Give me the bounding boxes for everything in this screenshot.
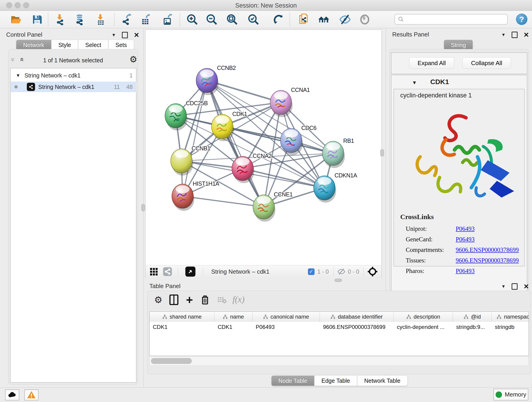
network-node[interactable]: CCNB2 xyxy=(196,65,236,95)
warnings-button[interactable] xyxy=(24,389,38,400)
table-cell[interactable]: stringdb:9... xyxy=(453,322,492,332)
show-columns-icon[interactable] xyxy=(168,294,180,306)
network-node[interactable]: CCNA1 xyxy=(270,87,310,117)
tab-network[interactable]: Network xyxy=(16,40,51,50)
panel-float-icon[interactable] xyxy=(512,32,518,38)
right-splitter-handle[interactable] xyxy=(380,149,384,157)
open-session-icon[interactable] xyxy=(10,13,22,26)
import-database-icon[interactable] xyxy=(73,13,85,26)
export-table-icon[interactable] xyxy=(139,13,152,26)
table-cell[interactable]: cyclin-dependent ... xyxy=(394,322,453,332)
column-header-namespace[interactable]: namespace xyxy=(492,312,529,322)
network-view[interactable]: CCNB2CCNA1CDC25BCDK1CDC6RB1CCNB1CCNA2CDK… xyxy=(145,30,382,278)
home-icon[interactable] xyxy=(318,13,330,26)
network-node[interactable]: CDKN1A xyxy=(314,172,357,203)
search-input[interactable] xyxy=(404,16,501,23)
table-cell[interactable]: P06493 xyxy=(253,322,320,332)
zoom-selected-icon[interactable] xyxy=(247,13,259,26)
panel-close-icon[interactable]: ✕ xyxy=(524,31,529,39)
column-header-database-identifier[interactable]: database identifier xyxy=(320,312,394,322)
network-edge[interactable] xyxy=(183,196,264,207)
memory-button[interactable]: Memory xyxy=(494,389,528,400)
collection-label: String Network – cdk1 xyxy=(25,72,81,79)
show-all-icon[interactable] xyxy=(359,13,371,26)
cloud-button[interactable] xyxy=(5,389,19,400)
network-share-icon[interactable] xyxy=(163,267,172,276)
selected-nodes-checkbox-icon[interactable]: ✓ xyxy=(308,268,315,275)
table-cell[interactable]: CDK1 xyxy=(215,322,253,332)
expand-all-button[interactable]: Expand All xyxy=(409,57,454,69)
tab-edge-table[interactable]: Edge Table xyxy=(314,375,357,386)
create-column-icon[interactable]: + xyxy=(184,294,195,306)
crosslink-link[interactable]: 9606.ENSP00000378699 xyxy=(456,246,519,254)
grid-view-icon[interactable] xyxy=(150,268,158,275)
panel-menu-icon[interactable]: ▼ xyxy=(112,32,116,38)
network-edge[interactable] xyxy=(207,80,264,207)
panel-menu-icon[interactable]: ▼ xyxy=(501,32,506,37)
control-panel: Control Panel ▼ ✕ Network Style Select S… xyxy=(0,28,143,387)
open-in-window-icon[interactable] xyxy=(185,267,196,277)
export-image-icon[interactable] xyxy=(162,13,173,26)
scrollbar-thumb[interactable] xyxy=(151,358,192,364)
network-node[interactable]: HIST1H1A xyxy=(172,180,219,211)
network-edge[interactable] xyxy=(183,80,207,196)
hide-selected-icon[interactable] xyxy=(339,13,351,26)
tab-string[interactable]: String xyxy=(444,40,473,50)
table-cell[interactable]: CDK1 xyxy=(150,322,215,332)
zoom-out-icon[interactable] xyxy=(206,13,218,26)
column-header-name[interactable]: name xyxy=(215,312,253,322)
network-node[interactable]: CDC6 xyxy=(280,125,317,155)
network-node[interactable]: RB1 xyxy=(322,138,354,168)
node-label: CCNB2 xyxy=(217,65,236,71)
tab-node-table[interactable]: Node Table xyxy=(271,375,314,386)
network-options-gear-icon[interactable]: ⚙ xyxy=(129,54,137,64)
delete-column-icon[interactable] xyxy=(199,294,211,306)
panel-close-icon[interactable]: ✕ xyxy=(524,283,529,290)
zoom-fit-icon[interactable] xyxy=(226,13,238,26)
collapse-all-button[interactable]: Collapse All xyxy=(462,57,511,69)
panel-float-icon[interactable] xyxy=(122,32,128,38)
table-hscrollbar[interactable] xyxy=(149,356,528,366)
refresh-icon[interactable] xyxy=(273,13,285,26)
crosslink-link[interactable]: P06493 xyxy=(456,225,475,232)
column-header--id[interactable]: @id xyxy=(453,312,492,322)
panel-close-icon[interactable]: ✕ xyxy=(134,31,139,39)
warning-icon xyxy=(27,390,36,400)
network-row[interactable]: String Network – cdk1 11 48 xyxy=(11,82,136,92)
table-cell[interactable]: 9606.ENSP00000378699 xyxy=(320,322,394,332)
crosslink-link[interactable]: P06493 xyxy=(456,268,475,274)
clone-network-icon[interactable] xyxy=(298,13,310,26)
panel-float-icon[interactable] xyxy=(512,283,518,290)
search-field[interactable] xyxy=(394,14,508,25)
column-header-description[interactable]: description xyxy=(394,312,453,322)
import-network-icon[interactable] xyxy=(54,13,65,26)
column-header-label: shared name xyxy=(170,313,202,320)
tab-select[interactable]: Select xyxy=(78,40,108,50)
tab-network-table[interactable]: Network Table xyxy=(357,375,408,386)
tree-expander-icon[interactable]: ▼ xyxy=(16,73,20,78)
save-session-icon[interactable] xyxy=(31,13,43,26)
birdseye-navigator-icon[interactable] xyxy=(367,266,378,277)
table-cell[interactable]: stringdb xyxy=(492,322,529,332)
node-label: CDC6 xyxy=(301,125,317,131)
node-label: HIST1H1A xyxy=(193,180,219,187)
crosslink-link[interactable]: P06493 xyxy=(456,236,475,243)
crosslink-row: Pharos:P06493 xyxy=(406,266,520,276)
network-node[interactable]: CCNB1 xyxy=(171,145,210,176)
export-network-icon[interactable] xyxy=(121,13,133,26)
collapse-entry-icon[interactable]: ▼ xyxy=(412,80,417,86)
tab-sets[interactable]: Sets xyxy=(108,40,134,50)
zoom-in-icon[interactable] xyxy=(186,13,198,26)
panel-menu-icon[interactable]: ▼ xyxy=(501,284,506,289)
column-header-canonical-name[interactable]: canonical name xyxy=(253,312,320,322)
crosslink-link[interactable]: 9606.ENSP00000378699 xyxy=(456,257,519,264)
table-options-gear-icon[interactable]: ⚙ xyxy=(152,294,164,306)
network-node[interactable]: CDC25B xyxy=(165,100,208,130)
network-collection-row[interactable]: ▼ String Network – cdk1 1 xyxy=(11,70,136,81)
help-icon[interactable]: ? xyxy=(516,13,527,25)
column-header-shared-name[interactable]: shared name xyxy=(150,312,215,322)
tab-style[interactable]: Style xyxy=(51,40,78,50)
network-canvas[interactable]: CCNB2CCNA1CDC25BCDK1CDC6RB1CCNB1CCNA2CDK… xyxy=(146,30,381,265)
left-splitter-handle[interactable] xyxy=(141,204,145,211)
import-table-icon[interactable] xyxy=(94,13,106,26)
